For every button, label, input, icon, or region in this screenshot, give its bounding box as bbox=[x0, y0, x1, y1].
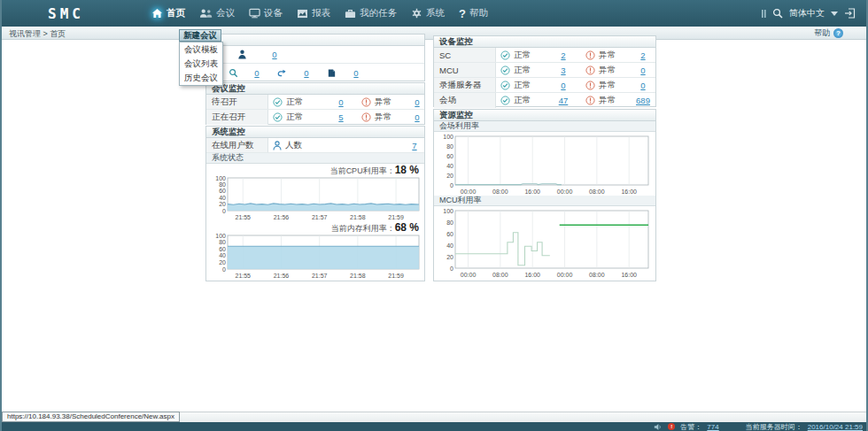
upcoming-abnormal-count[interactable]: 0 bbox=[410, 97, 424, 107]
table-row: MCU 正常 3 异常 0 bbox=[434, 63, 655, 78]
svg-text:21:56: 21:56 bbox=[274, 273, 290, 279]
online-users-row: 在线用户数 人数 7 bbox=[206, 138, 424, 153]
menu-conference-template[interactable]: 会议模板 bbox=[180, 42, 222, 57]
sc-abnormal-count[interactable]: 2 bbox=[631, 50, 655, 60]
sc-normal-count[interactable]: 2 bbox=[546, 50, 581, 60]
home-icon bbox=[151, 8, 163, 19]
search-task-icon[interactable] bbox=[222, 68, 244, 78]
language-selector[interactable]: 简体中文 bbox=[789, 7, 825, 19]
upcoming-normal-count[interactable]: 0 bbox=[325, 97, 357, 107]
svg-text:21:58: 21:58 bbox=[350, 273, 366, 279]
svg-text:08:00: 08:00 bbox=[589, 272, 605, 278]
table-row: 待召开 正常 0 异常 0 bbox=[206, 95, 424, 110]
record-task-icon[interactable] bbox=[320, 68, 343, 78]
mcu-normal-count[interactable]: 3 bbox=[546, 65, 581, 75]
svg-text:16:00: 16:00 bbox=[524, 189, 540, 195]
svg-text:21:55: 21:55 bbox=[236, 214, 252, 220]
abnormal-alert-icon bbox=[585, 65, 595, 75]
svg-text:20: 20 bbox=[446, 173, 453, 179]
resource-monitor-panel: 资源监控 会场利用率 00:0008:0016:0000:0008:0016:0… bbox=[433, 109, 656, 281]
help-link[interactable]: 帮助 ? bbox=[814, 27, 843, 39]
svg-text:100: 100 bbox=[443, 134, 453, 140]
cpu-usage-chart: 21:5521:5621:5721:5821:59020406080100 bbox=[208, 175, 424, 221]
conference-monitor-panel: 会议监控 待召开 正常 0 异常 0 正在召开 正常 5 异常 0 bbox=[205, 82, 425, 125]
record-task-count[interactable]: 0 bbox=[343, 68, 369, 78]
normal-check-icon bbox=[500, 50, 510, 60]
svg-text:08:00: 08:00 bbox=[492, 272, 508, 278]
svg-text:21:58: 21:58 bbox=[350, 214, 366, 220]
svg-text:80: 80 bbox=[219, 181, 226, 188]
logout-icon[interactable] bbox=[844, 8, 856, 19]
main-nav: 首页 会议 设备 报表 我的任务 系统 ? 帮助 bbox=[149, 0, 491, 27]
recorder-abnormal-count[interactable]: 0 bbox=[631, 81, 655, 90]
return-task-icon[interactable] bbox=[270, 68, 293, 78]
svg-text:80: 80 bbox=[219, 239, 226, 245]
conference-icon bbox=[199, 8, 213, 19]
speaker-icon[interactable] bbox=[654, 423, 663, 431]
svg-text:16:00: 16:00 bbox=[621, 272, 637, 278]
device-monitor-panel: 设备监控 SC 正常 2 异常 2 MCU 正常 3 异常 0 录播服务器 正常 bbox=[433, 35, 656, 107]
normal-check-icon bbox=[500, 96, 510, 105]
svg-text:0: 0 bbox=[222, 208, 226, 214]
svg-text:100: 100 bbox=[215, 175, 226, 181]
svg-text:100: 100 bbox=[215, 233, 226, 239]
ongoing-normal-count[interactable]: 5 bbox=[325, 112, 357, 122]
menu-history-conference[interactable]: 历史会议 bbox=[180, 71, 222, 85]
person-icon bbox=[273, 141, 282, 150]
nav-system[interactable]: 系统 bbox=[408, 7, 447, 19]
ongoing-abnormal-count[interactable]: 0 bbox=[410, 112, 424, 122]
menu-conference-list[interactable]: 会议列表 bbox=[180, 57, 222, 71]
chevron-down-icon[interactable] bbox=[831, 12, 838, 16]
svg-text:40: 40 bbox=[446, 242, 453, 249]
svg-text:08:00: 08:00 bbox=[492, 189, 508, 195]
site-normal-count[interactable]: 47 bbox=[546, 96, 581, 105]
report-icon bbox=[297, 9, 308, 19]
nav-report[interactable]: 报表 bbox=[294, 7, 333, 19]
alarm-count[interactable]: 774 bbox=[707, 423, 718, 431]
separator-icon bbox=[762, 10, 766, 18]
recorder-normal-count[interactable]: 0 bbox=[546, 81, 581, 90]
abnormal-alert-icon bbox=[585, 81, 595, 90]
svg-text:20: 20 bbox=[446, 254, 453, 260]
mcu-usage-subheader: MCU利用率 bbox=[434, 196, 655, 206]
svg-text:00:00: 00:00 bbox=[461, 272, 477, 278]
site-usage-chart: 00:0008:0016:0000:0008:0016:000204060801… bbox=[436, 134, 654, 196]
abnormal-alert-icon bbox=[361, 112, 371, 122]
svg-text:08:00: 08:00 bbox=[589, 189, 605, 195]
online-users-count[interactable]: 7 bbox=[405, 141, 424, 150]
alarm-icon[interactable]: ! bbox=[668, 423, 675, 430]
pending-approval-count[interactable]: 0 bbox=[261, 50, 288, 59]
help-circle-icon: ? bbox=[833, 28, 843, 38]
header-right-controls: 简体中文 bbox=[762, 0, 856, 27]
table-row: 正在召开 正常 5 异常 0 bbox=[206, 110, 424, 125]
nav-help[interactable]: ? 帮助 bbox=[456, 7, 491, 20]
device-icon bbox=[249, 8, 260, 19]
nav-my-tasks[interactable]: 我的任务 bbox=[342, 7, 399, 19]
nav-conference[interactable]: 会议 bbox=[197, 7, 237, 19]
status-bar: ! 告警： 774 当前服务器时间： 2016/10/24 21:59 bbox=[2, 422, 866, 431]
nav-home[interactable]: 首页 bbox=[149, 7, 188, 19]
smc-logo: SMC bbox=[48, 5, 84, 22]
my-tasks-icon bbox=[345, 8, 356, 19]
nav-device[interactable]: 设备 bbox=[246, 7, 285, 19]
normal-check-icon bbox=[500, 81, 510, 90]
search-task-count[interactable]: 0 bbox=[244, 68, 270, 78]
svg-text:00:00: 00:00 bbox=[461, 189, 477, 195]
resource-monitor-title: 资源监控 bbox=[434, 110, 655, 121]
svg-text:00:00: 00:00 bbox=[557, 272, 573, 278]
svg-text:21:59: 21:59 bbox=[388, 214, 404, 220]
svg-text:00:00: 00:00 bbox=[557, 189, 573, 195]
svg-text:21:57: 21:57 bbox=[312, 273, 328, 279]
system-icon bbox=[411, 8, 422, 19]
abnormal-alert-icon bbox=[585, 50, 595, 60]
normal-check-icon bbox=[273, 112, 283, 122]
server-time[interactable]: 2016/10/24 21:59 bbox=[808, 423, 863, 431]
site-abnormal-count[interactable]: 689 bbox=[631, 96, 655, 105]
site-usage-subheader: 会场利用率 bbox=[434, 121, 655, 132]
svg-text:21:56: 21:56 bbox=[274, 214, 290, 220]
menu-new-conference[interactable]: 新建会议 bbox=[179, 29, 221, 42]
svg-text:21:55: 21:55 bbox=[236, 273, 252, 279]
return-task-count[interactable]: 0 bbox=[293, 68, 320, 78]
mcu-abnormal-count[interactable]: 0 bbox=[631, 65, 655, 75]
search-icon[interactable] bbox=[772, 8, 783, 19]
